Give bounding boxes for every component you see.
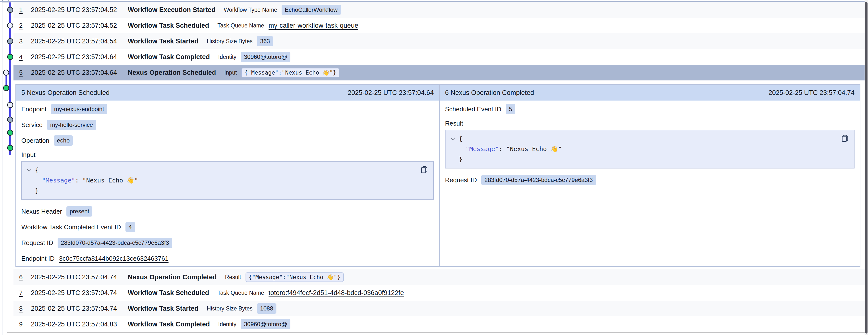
event-detail-label: Workflow Type Name: [224, 7, 277, 13]
wtc-event-id-badge: 4: [125, 222, 135, 232]
service-badge: my-hello-service: [47, 120, 96, 130]
event-detail-label: Task Queue Name: [217, 290, 264, 296]
event-detail-label: Input: [224, 69, 237, 76]
event-row-3[interactable]: 3 2025-02-25 UTC 23:57:04.54 Workflow Ta…: [13, 33, 865, 49]
panel-title: 5 Nexus Operation Scheduled: [21, 89, 110, 96]
task-queue-link[interactable]: my-caller-workflow-task-queue: [269, 22, 358, 29]
json-value: "Nexus Echo 👋": [83, 175, 138, 186]
wtc-event-id-label: Workflow Task Completed Event ID: [21, 223, 121, 231]
scheduled-event-id-label: Scheduled Event ID: [445, 106, 501, 113]
timeline-dot-event-10[interactable]: [8, 145, 13, 150]
event-row-6[interactable]: 6 2025-02-25 UTC 23:57:04.74 Nexus Opera…: [13, 269, 865, 285]
event-timestamp: 2025-02-25 UTC 23:57:04.64: [31, 69, 117, 77]
event-id-link[interactable]: 7: [19, 289, 26, 297]
timeline-dot-event-5[interactable]: [3, 70, 9, 75]
event-type-name: Workflow Task Scheduled: [128, 22, 209, 29]
event-id-link[interactable]: 3: [19, 37, 26, 45]
event-timeline: [0, 0, 15, 172]
panel-header: 5 Nexus Operation Scheduled 2025-02-25 U…: [16, 85, 439, 101]
panel-body: Endpoint my-nexus-endpoint Service my-he…: [16, 101, 439, 263]
event-id-link[interactable]: 5: [19, 69, 26, 77]
timeline-dot-event-1[interactable]: [8, 7, 13, 12]
event-row-1[interactable]: 1 2025-02-25 UTC 23:57:04.52 Workflow Ex…: [13, 2, 865, 18]
event-type-name: Workflow Task Started: [128, 37, 198, 45]
json-key: "Message": [466, 144, 499, 154]
nexus-header-label: Nexus Header: [21, 208, 62, 215]
event-id-link[interactable]: 1: [19, 6, 26, 14]
scrollbar-thumb[interactable]: [865, 2, 868, 334]
request-id-badge: 283fd070-d57a-4423-bdca-c5c779e6a3f3: [58, 238, 172, 248]
copy-icon[interactable]: [841, 134, 849, 144]
endpoint-label: Endpoint: [21, 106, 46, 113]
event-id-link[interactable]: 6: [19, 274, 26, 281]
event-id-link[interactable]: 4: [19, 53, 26, 61]
panel-timestamp: 2025-02-25 UTC 23:57:04.74: [769, 89, 855, 96]
event-type-name: Nexus Operation Scheduled: [128, 69, 216, 77]
collapse-chevron-icon[interactable]: [451, 137, 459, 140]
event-detail-panels: 5 Nexus Operation Scheduled 2025-02-25 U…: [16, 84, 860, 267]
event-timestamp: 2025-02-25 UTC 23:57:04.74: [31, 289, 117, 297]
timeline-dot-event-8[interactable]: [8, 117, 13, 122]
service-label: Service: [21, 121, 43, 129]
event-detail-label: Identity: [218, 54, 236, 60]
event-detail-badge: 1088: [257, 303, 276, 314]
event-type-name: Workflow Task Started: [128, 305, 198, 312]
event-id-link[interactable]: 9: [19, 320, 26, 328]
scheduled-event-id-badge: 5: [506, 104, 515, 114]
task-queue-link[interactable]: totoro:f494fecf-2d51-4d48-bdcd-036a0f912…: [269, 289, 404, 297]
event-row-7[interactable]: 7 2025-02-25 UTC 23:57:04.74 Workflow Ta…: [13, 285, 865, 301]
event-row-9[interactable]: 9 2025-02-25 UTC 23:57:04.83 Workflow Ta…: [13, 316, 865, 332]
result-section-label: Result: [445, 120, 855, 127]
json-close-brace: }: [459, 154, 462, 165]
json-value: "Nexus Echo 👋": [506, 144, 562, 154]
json-key: "Message": [42, 175, 75, 186]
copy-icon[interactable]: [420, 166, 428, 175]
event-timestamp: 2025-02-25 UTC 23:57:04.52: [31, 6, 117, 14]
section-bottom-rule: [7, 333, 865, 333]
event-row-2[interactable]: 2 2025-02-25 UTC 23:57:04.52 Workflow Ta…: [13, 18, 865, 33]
event-timestamp: 2025-02-25 UTC 23:57:04.52: [31, 22, 117, 29]
event-type-name: Nexus Operation Completed: [128, 274, 217, 281]
event-type-name: Workflow Execution Started: [128, 6, 215, 14]
json-colon: :: [75, 175, 82, 186]
event-timestamp: 2025-02-25 UTC 23:57:04.83: [31, 320, 117, 328]
input-json-viewer: { "Message": "Nexus Echo 👋" }: [21, 161, 434, 200]
event-timestamp: 2025-02-25 UTC 23:57:04.74: [31, 274, 117, 281]
event-type-name: Workflow Task Completed: [128, 53, 210, 61]
timeline-dot-event-2[interactable]: [8, 23, 13, 28]
vertical-scrollbar[interactable]: [865, 0, 868, 335]
request-id-label: Request ID: [21, 239, 53, 247]
timeline-dot-event-6[interactable]: [3, 85, 9, 91]
event-json-badge: {"Message":"Nexus Echo 👋"}: [246, 273, 344, 282]
event-id-link[interactable]: 2: [19, 22, 26, 29]
event-detail-badge: 30960@totoro@: [241, 319, 290, 329]
timeline-dot-event-7[interactable]: [8, 102, 13, 108]
collapse-chevron-icon[interactable]: [27, 169, 35, 172]
event-detail-label: Identity: [218, 321, 236, 328]
request-id-badge: 283fd070-d57a-4423-bdca-c5c779e6a3f3: [481, 175, 596, 185]
event-id-link[interactable]: 8: [19, 305, 26, 312]
request-id-label: Request ID: [445, 176, 477, 184]
event-detail-label: Result: [225, 274, 241, 281]
timeline-dot-event-4[interactable]: [8, 54, 13, 60]
panel-body: Scheduled Event ID 5 Result { "Message":…: [440, 101, 860, 185]
endpoint-id-link[interactable]: 3c0c75ccfa8144b092c13ce632463761: [59, 255, 168, 262]
nexus-operation-completed-panel: 6 Nexus Operation Completed 2025-02-25 U…: [439, 85, 860, 266]
input-section-label: Input: [21, 151, 434, 159]
panel-title: 6 Nexus Operation Completed: [445, 89, 534, 96]
json-close-brace: }: [35, 186, 39, 196]
endpoint-id-label: Endpoint ID: [21, 255, 55, 262]
timeline-dot-event-9[interactable]: [8, 130, 13, 135]
timeline-dot-event-3[interactable]: [8, 38, 13, 44]
json-open-brace: {: [35, 165, 39, 175]
panel-header: 6 Nexus Operation Completed 2025-02-25 U…: [440, 85, 860, 101]
event-json-badge: {"Message":"Nexus Echo 👋"}: [241, 68, 340, 78]
json-colon: :: [499, 144, 506, 154]
event-type-name: Workflow Task Scheduled: [128, 289, 209, 297]
operation-badge: echo: [54, 135, 73, 146]
event-row-8[interactable]: 8 2025-02-25 UTC 23:57:04.74 Workflow Ta…: [13, 301, 865, 316]
event-row-5-selected[interactable]: 5 2025-02-25 UTC 23:57:04.64 Nexus Opera…: [13, 65, 865, 80]
event-timestamp: 2025-02-25 UTC 23:57:04.74: [31, 305, 117, 312]
endpoint-badge: my-nexus-endpoint: [51, 104, 107, 114]
event-row-4[interactable]: 4 2025-02-25 UTC 23:57:04.64 Workflow Ta…: [13, 49, 865, 65]
